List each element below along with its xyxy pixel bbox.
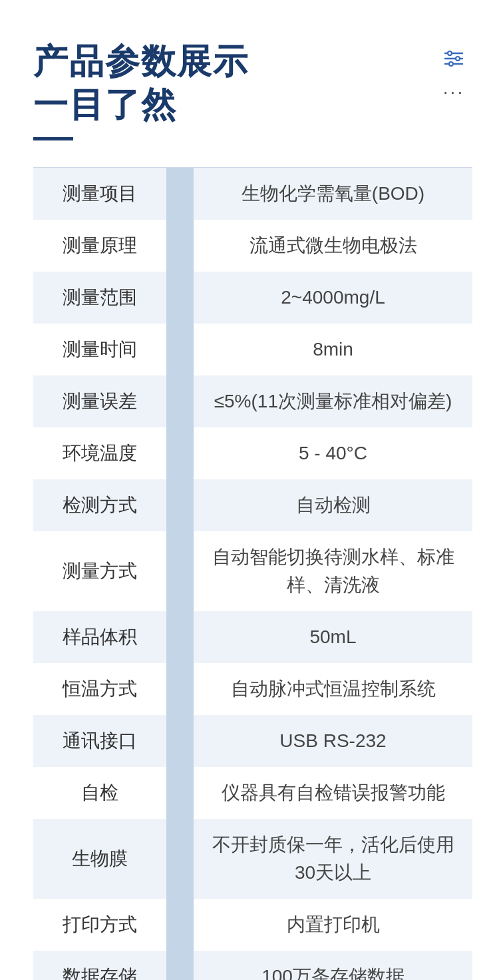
param-value: 50mL — [194, 611, 472, 663]
page-container: 产品参数展示 一目了然 ··· 测量项目生物化学需氧量(BOD)测量原理流通式微… — [0, 0, 499, 980]
table-row: 自检仪器具有自检错误报警功能 — [33, 767, 472, 819]
param-value: USB RS-232 — [194, 715, 472, 767]
param-value: 5 - 40°C — [194, 427, 472, 479]
table-row: 测量范围2~4000mg/L — [33, 272, 472, 324]
param-divider — [166, 715, 194, 767]
param-divider — [166, 272, 194, 324]
table-row: 检测方式自动检测 — [33, 479, 472, 531]
param-value: 内置打印机 — [194, 899, 472, 951]
param-label: 样品体积 — [33, 611, 166, 663]
more-dots-icon[interactable]: ··· — [443, 83, 464, 101]
table-row: 测量时间8min — [33, 324, 472, 375]
param-value: 自动智能切换待测水样、标准样、清洗液 — [194, 531, 472, 611]
param-label: 生物膜 — [33, 819, 166, 899]
param-divider — [166, 611, 194, 663]
param-label: 测量方式 — [33, 531, 166, 611]
param-value: ≤5%(11次测量标准相对偏差) — [194, 375, 472, 427]
param-divider — [166, 951, 194, 980]
table-row: 环境温度5 - 40°C — [33, 427, 472, 479]
param-divider — [166, 324, 194, 375]
table-row: 恒温方式自动脉冲式恒温控制系统 — [33, 663, 472, 715]
param-label: 自检 — [33, 767, 166, 819]
param-value: 仪器具有自检错误报警功能 — [194, 767, 472, 819]
table-row: 样品体积50mL — [33, 611, 472, 663]
table-row: 测量项目生物化学需氧量(BOD) — [33, 168, 472, 220]
param-value: 自动脉冲式恒温控制系统 — [194, 663, 472, 715]
param-label: 恒温方式 — [33, 663, 166, 715]
param-divider — [166, 168, 194, 220]
param-value: 8min — [194, 324, 472, 375]
table-row: 测量原理流通式微生物电极法 — [33, 220, 472, 272]
param-value: 流通式微生物电极法 — [194, 220, 472, 272]
param-divider — [166, 531, 194, 611]
param-label: 测量原理 — [33, 220, 166, 272]
filter-icon[interactable] — [442, 47, 466, 71]
param-value: 2~4000mg/L — [194, 272, 472, 324]
param-value: 自动检测 — [194, 479, 472, 531]
header-section: 产品参数展示 一目了然 ··· — [33, 40, 472, 160]
page-title: 产品参数展示 一目了然 — [33, 40, 442, 126]
param-label: 数据存储 — [33, 951, 166, 980]
param-label: 打印方式 — [33, 899, 166, 951]
param-divider — [166, 375, 194, 427]
params-table: 测量项目生物化学需氧量(BOD)测量原理流通式微生物电极法测量范围2~4000m… — [33, 168, 472, 980]
table-row: 测量方式自动智能切换待测水样、标准样、清洗液 — [33, 531, 472, 611]
param-value: 生物化学需氧量(BOD) — [194, 168, 472, 220]
table-row: 生物膜不开封质保一年，活化后使用30天以上 — [33, 819, 472, 899]
param-divider — [166, 663, 194, 715]
title-underline — [33, 137, 73, 140]
param-divider — [166, 767, 194, 819]
param-label: 通讯接口 — [33, 715, 166, 767]
param-divider — [166, 427, 194, 479]
table-row: 测量误差≤5%(11次测量标准相对偏差) — [33, 375, 472, 427]
param-label: 测量误差 — [33, 375, 166, 427]
param-divider — [166, 819, 194, 899]
param-value: 不开封质保一年，活化后使用30天以上 — [194, 819, 472, 899]
param-value: 100万条存储数据 — [194, 951, 472, 980]
param-label: 测量项目 — [33, 168, 166, 220]
param-divider — [166, 899, 194, 951]
table-row: 通讯接口USB RS-232 — [33, 715, 472, 767]
svg-point-4 — [456, 57, 460, 61]
param-label: 环境温度 — [33, 427, 166, 479]
param-divider — [166, 220, 194, 272]
param-label: 测量时间 — [33, 324, 166, 375]
svg-point-3 — [448, 51, 452, 55]
param-divider — [166, 479, 194, 531]
param-label: 测量范围 — [33, 272, 166, 324]
title-block: 产品参数展示 一目了然 — [33, 40, 442, 160]
table-row: 打印方式内置打印机 — [33, 899, 472, 951]
header-icons: ··· — [442, 40, 466, 101]
table-row: 数据存储100万条存储数据 — [33, 951, 472, 980]
svg-point-5 — [449, 62, 453, 66]
param-label: 检测方式 — [33, 479, 166, 531]
